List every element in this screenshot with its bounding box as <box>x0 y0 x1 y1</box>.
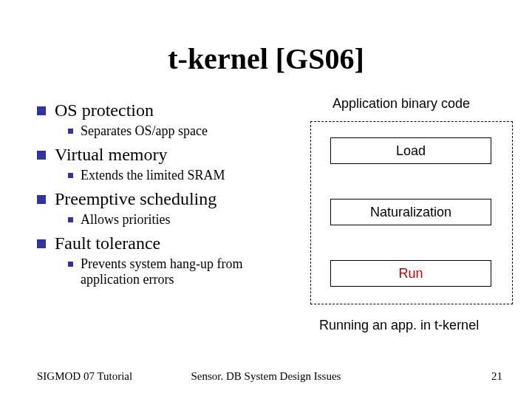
list-item: Virtual memory <box>37 145 303 165</box>
bullet-text: Fault tolerance <box>55 233 160 253</box>
diagram-caption: Running an app. in t-kernel <box>319 318 479 333</box>
subbullet-text: Prevents system hang-up from application… <box>81 256 303 287</box>
stage-run-box: Run <box>330 260 491 287</box>
subbullet-text: Allows priorities <box>81 212 171 228</box>
stage-load-box: Load <box>330 137 491 164</box>
subbullet-text: Extends the limited SRAM <box>81 168 225 183</box>
list-item: Preemptive scheduling <box>37 189 303 209</box>
bullet-text: Preemptive scheduling <box>55 189 216 209</box>
stage-label: Load <box>396 143 426 159</box>
stage-naturalization-box: Naturalization <box>330 199 491 225</box>
bullet-icon <box>68 217 73 222</box>
bullet-text: Virtual memory <box>55 145 168 165</box>
subbullet-text: Separates OS/app space <box>81 123 208 139</box>
bullet-list: OS protection Separates OS/app space Vir… <box>37 96 303 293</box>
bullet-text: OS protection <box>55 100 154 120</box>
list-item: Fault tolerance <box>37 233 303 253</box>
bullet-icon <box>37 195 46 204</box>
list-item: OS protection <box>37 100 303 120</box>
diagram-header: Application binary code <box>332 96 470 112</box>
bullet-icon <box>37 151 46 160</box>
stage-label: Naturalization <box>370 205 451 220</box>
slide-title: t-kernel [GS06] <box>0 41 532 76</box>
list-subitem: Allows priorities <box>68 212 303 228</box>
stage-label: Run <box>398 266 423 282</box>
bullet-icon <box>68 129 73 134</box>
footer-page-number: 21 <box>491 370 502 383</box>
bullet-icon <box>37 106 46 115</box>
bullet-icon <box>68 173 73 178</box>
list-subitem: Prevents system hang-up from application… <box>68 256 303 287</box>
footer-center: Sensor. DB System Design Issues <box>0 370 532 383</box>
bullet-icon <box>68 262 73 267</box>
list-subitem: Separates OS/app space <box>68 123 303 139</box>
bullet-icon <box>37 239 46 248</box>
slide: t-kernel [GS06] OS protection Separates … <box>0 0 532 399</box>
list-subitem: Extends the limited SRAM <box>68 168 303 183</box>
